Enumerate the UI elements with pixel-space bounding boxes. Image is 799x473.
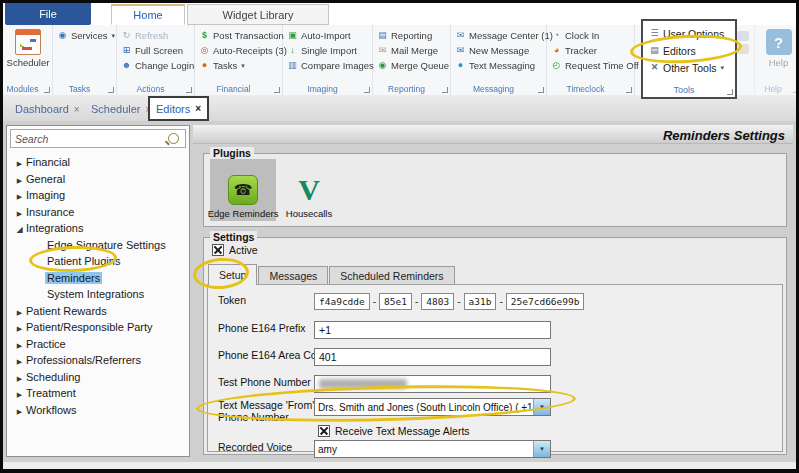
tree-item-label: Practice [24, 338, 68, 350]
dialog-launcher-icon[interactable] [186, 87, 192, 93]
message-center-icon [455, 30, 466, 41]
test-phone-input[interactable] [314, 375, 551, 393]
tree-item-integrations[interactable]: Integrations [7, 220, 189, 237]
ribbon-item-text-messaging[interactable]: Text Messaging [455, 58, 543, 73]
dialog-launcher-icon[interactable] [626, 87, 632, 93]
prefix-input[interactable]: +1 [314, 321, 551, 339]
ribbon-item-post-transaction[interactable]: Post Transaction [199, 28, 279, 43]
ribbon-item-change-login[interactable]: Change Login [121, 58, 191, 73]
tree-item-general[interactable]: General [7, 171, 189, 188]
token-segment[interactable]: a31b [464, 293, 497, 310]
ribbon-item-request-time-off[interactable]: Request Time Off [551, 58, 631, 73]
ribbon-item-new-message[interactable]: New Message [455, 43, 543, 58]
ribbon-item-help[interactable]: Help [759, 28, 796, 68]
ribbon-item-label: Single Import [301, 45, 357, 56]
content-area: Search Financial General Imaging Insuran… [3, 121, 796, 462]
tree-item-patient-responsible-party[interactable]: Patient/Responsible Party [7, 319, 189, 336]
file-tab[interactable]: File [5, 3, 91, 25]
tree-item-professionals-referrers[interactable]: Professionals/Referrers [7, 352, 189, 369]
token-segment[interactable]: 85e1 [379, 293, 412, 310]
collapsed-arrow-icon[interactable] [15, 206, 24, 218]
ribbon-item-tasks[interactable]: Tasks [199, 58, 279, 73]
token-segment[interactable]: f4a9cdde [314, 293, 370, 310]
dialog-launcher-icon[interactable] [727, 89, 733, 95]
close-icon[interactable]: × [195, 103, 201, 114]
dialog-launcher-icon[interactable] [274, 87, 280, 93]
expanded-arrow-icon[interactable] [15, 222, 24, 234]
collapsed-arrow-icon[interactable] [15, 305, 24, 317]
voice-dropdown[interactable]: amy [314, 440, 551, 458]
doc-tab-scheduler[interactable]: Scheduler × [85, 98, 157, 120]
ribbon-item-single-import[interactable]: Single Import [287, 43, 369, 58]
tree-item-workflows[interactable]: Workflows [7, 402, 189, 419]
tree-item-insurance[interactable]: Insurance [7, 204, 189, 221]
dialog-launcher-icon[interactable] [108, 87, 114, 93]
collapsed-arrow-icon[interactable] [15, 371, 24, 383]
tree-item-imaging[interactable]: Imaging [7, 187, 189, 204]
tree-item-label: Reminders [45, 272, 102, 284]
close-icon[interactable]: × [74, 104, 80, 115]
tree-item-reminders[interactable]: Reminders [7, 270, 189, 287]
app-window: File Home Widget Library Scheduler Modul… [0, 0, 799, 473]
collapsed-arrow-icon[interactable] [15, 156, 24, 168]
tab-home[interactable]: Home [111, 4, 185, 25]
ribbon-item-compare-images[interactable]: Compare Images [287, 58, 369, 73]
ribbon-item-label: Message Center (1) [469, 30, 553, 41]
tree-item-treatment[interactable]: Treatment [7, 385, 189, 402]
tree-item-system-integrations[interactable]: System Integrations [7, 286, 189, 303]
ribbon-item-scheduler[interactable]: Scheduler [7, 28, 49, 68]
tree-item-patient-rewards[interactable]: Patient Rewards [7, 303, 189, 320]
ribbon-item-refresh[interactable]: Refresh [121, 28, 191, 43]
alerts-checkbox[interactable] [318, 425, 330, 437]
ribbon-item-editors[interactable]: Editors [649, 42, 731, 59]
ribbon-item-merge-queue[interactable]: Merge Queue [377, 58, 447, 73]
ribbon-item-mail-merge[interactable]: Mail Merge [377, 43, 447, 58]
tab-widget-library[interactable]: Widget Library [187, 4, 329, 25]
tree-item-patient-plugins[interactable]: Patient Plugins [7, 253, 189, 270]
tree-item-financial[interactable]: Financial [7, 154, 189, 171]
ribbon-item-reporting[interactable]: Reporting [377, 28, 447, 43]
dialog-launcher-icon[interactable] [44, 87, 50, 93]
tab-scheduled-reminders[interactable]: Scheduled Reminders [329, 266, 454, 285]
search-input[interactable]: Search [10, 129, 186, 148]
active-checkbox[interactable] [212, 244, 224, 256]
tab-messages[interactable]: Messages [258, 266, 328, 285]
token-label: Token [218, 295, 246, 307]
ribbon-item-auto-import[interactable]: Auto-Import [287, 28, 369, 43]
plugin-edge-reminders[interactable]: Edge Reminders [210, 159, 276, 221]
ribbon-item-label: Help [769, 57, 789, 68]
dropdown-arrow-icon[interactable] [533, 441, 550, 457]
doc-tab-dashboard[interactable]: Dashboard × [9, 98, 86, 120]
ribbon-item-other-tools[interactable]: Other Tools [649, 59, 731, 76]
collapsed-arrow-icon[interactable] [15, 338, 24, 350]
dialog-launcher-icon[interactable] [538, 87, 544, 93]
collapsed-arrow-icon[interactable] [15, 173, 24, 185]
plugin-housecalls[interactable]: V Housecalls [276, 159, 342, 221]
from-phone-label-line1: Text Message 'From' [218, 399, 314, 411]
dialog-launcher-icon[interactable] [793, 87, 796, 93]
token-segment[interactable]: 4803 [421, 293, 454, 310]
ribbon-item-auto-receipts[interactable]: Auto-Receipts (3) [199, 43, 279, 58]
tab-setup[interactable]: Setup [208, 264, 257, 285]
collapsed-arrow-icon[interactable] [15, 387, 24, 399]
dialog-launcher-icon[interactable] [364, 87, 370, 93]
collapsed-arrow-icon[interactable] [15, 354, 24, 366]
ribbon-item-tracker[interactable]: Tracker [551, 43, 631, 58]
collapsed-arrow-icon[interactable] [15, 404, 24, 416]
tree-item-edge-signature-settings[interactable]: Edge Signature Settings [7, 237, 189, 254]
collapsed-arrow-icon[interactable] [15, 189, 24, 201]
dropdown-arrow-icon[interactable] [533, 399, 550, 415]
tree-item-practice[interactable]: Practice [7, 336, 189, 353]
ribbon-item-clock-in[interactable]: Clock In [551, 28, 631, 43]
tree-item-scheduling[interactable]: Scheduling [7, 369, 189, 386]
token-segment[interactable]: 25e7cd66e99b [506, 293, 585, 310]
dialog-launcher-icon[interactable] [442, 87, 448, 93]
doc-tab-editors[interactable]: Editors × [148, 96, 209, 121]
from-phone-dropdown[interactable]: Drs. Smith and Jones (South Lincoln Offi… [314, 398, 551, 416]
collapsed-arrow-icon[interactable] [15, 321, 24, 333]
ribbon-item-services[interactable]: Services [57, 28, 113, 43]
ribbon-item-message-center[interactable]: Message Center (1) [455, 28, 543, 43]
area-code-input[interactable]: 401 [314, 348, 551, 366]
ribbon-item-user-options[interactable]: User Options [649, 25, 731, 42]
ribbon-item-full-screen[interactable]: Full Screen [121, 43, 191, 58]
